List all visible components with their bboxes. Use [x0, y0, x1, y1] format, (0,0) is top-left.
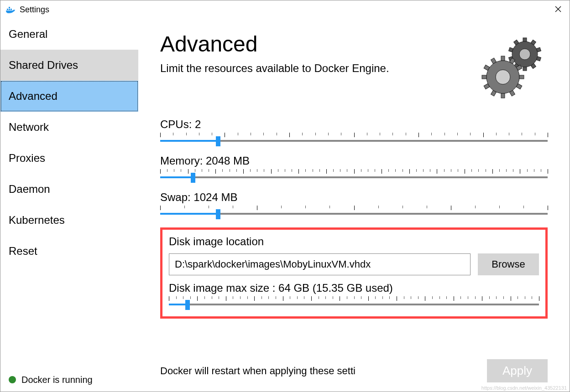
- svg-rect-12: [523, 67, 527, 71]
- close-button[interactable]: [551, 3, 565, 16]
- watermark-text: https://blog.csdn.net/weixin_43522131: [481, 385, 567, 391]
- sidebar-item-kubernetes[interactable]: Kubernetes: [0, 205, 138, 236]
- svg-rect-7: [523, 38, 527, 41]
- svg-rect-10: [536, 57, 541, 61]
- titlebar: Settings: [0, 0, 570, 19]
- memory-slider-group: Memory: 2048 MB: [160, 155, 548, 183]
- svg-rect-1: [9, 9, 10, 10]
- sidebar: GeneralShared DrivesAdvancedNetworkProxi…: [0, 19, 138, 392]
- sidebar-item-reset[interactable]: Reset: [0, 236, 138, 267]
- window-title: Settings: [20, 5, 49, 15]
- sidebar-item-general[interactable]: General: [0, 19, 138, 50]
- svg-rect-22: [519, 75, 524, 79]
- svg-rect-19: [501, 56, 505, 61]
- status-text: Docker is running: [21, 375, 93, 385]
- browse-button[interactable]: Browse: [478, 253, 539, 275]
- disk-size-slider[interactable]: [169, 296, 539, 310]
- disk-path-input[interactable]: [169, 253, 471, 275]
- svg-point-31: [496, 70, 510, 84]
- status-bar: Docker is running: [0, 368, 138, 392]
- svg-rect-28: [482, 75, 486, 79]
- settings-window: Settings GeneralShared DrivesAdvancedNet…: [0, 0, 570, 392]
- cpus-slider-group: CPUs: 2: [160, 118, 548, 146]
- apply-button[interactable]: Apply: [487, 359, 548, 382]
- page-title: Advanced: [160, 31, 470, 57]
- sidebar-item-shared-drives[interactable]: Shared Drives: [0, 50, 138, 81]
- docker-whale-icon: [5, 5, 16, 14]
- swap-slider-group: Swap: 1024 MB: [160, 191, 548, 219]
- swap-slider[interactable]: [160, 206, 548, 219]
- cpus-slider[interactable]: [160, 133, 548, 146]
- sidebar-item-network[interactable]: Network: [0, 112, 138, 143]
- svg-rect-0: [7, 9, 8, 10]
- svg-rect-2: [10, 9, 12, 10]
- footer: Docker will restart when applying these …: [160, 350, 548, 382]
- sidebar-item-proxies[interactable]: Proxies: [0, 143, 138, 174]
- memory-label: Memory: 2048 MB: [160, 155, 548, 167]
- svg-rect-25: [501, 93, 505, 98]
- svg-rect-3: [9, 7, 10, 8]
- sidebar-item-daemon[interactable]: Daemon: [0, 174, 138, 205]
- memory-slider[interactable]: [160, 169, 548, 183]
- disk-location-label: Disk image location: [169, 235, 539, 248]
- disk-size-label: Disk image max size : 64 GB (15.35 GB us…: [169, 282, 539, 294]
- main-panel: Advanced Limit the resources available t…: [138, 19, 570, 392]
- page-subtitle: Limit the resources available to Docker …: [160, 61, 397, 75]
- svg-rect-9: [536, 47, 541, 52]
- disk-image-highlight-box: Disk image location Browse Disk image ma…: [160, 227, 548, 319]
- restart-notice: Docker will restart when applying these …: [160, 365, 356, 377]
- cpus-label: CPUs: 2: [160, 118, 548, 131]
- gears-icon: [479, 31, 548, 100]
- svg-rect-15: [509, 47, 513, 52]
- sidebar-item-advanced[interactable]: Advanced: [0, 81, 138, 112]
- swap-label: Swap: 1024 MB: [160, 191, 548, 204]
- status-dot-icon: [9, 376, 16, 383]
- svg-point-17: [519, 49, 530, 60]
